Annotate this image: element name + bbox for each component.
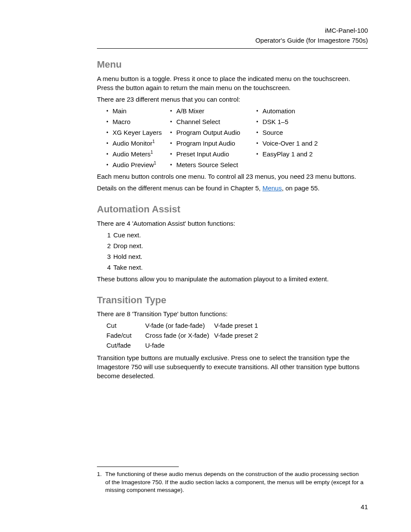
- menu-list-columns: •Main•Macro•XG Keyer Layers•Audio Monito…: [97, 106, 368, 169]
- bullet-icon: •: [106, 130, 108, 135]
- menu-item: •Audio Preview1: [106, 160, 170, 169]
- table-row: CutV-fade (or fade-fade)V-fade preset 1: [106, 321, 368, 330]
- table-cell: U-fade: [145, 341, 214, 350]
- menu-item: •Audio Meters1: [106, 149, 170, 159]
- footnote-ref: 1: [151, 150, 153, 155]
- bullet-icon: •: [256, 109, 258, 114]
- list-item: 1Cue next.: [105, 230, 368, 240]
- list-number: 2: [105, 241, 111, 250]
- list-item: 4Take next.: [105, 263, 368, 272]
- bullet-icon: •: [170, 162, 172, 168]
- menu-item: •Automation: [256, 106, 342, 115]
- list-number: 3: [105, 252, 111, 261]
- list-number: 1: [105, 230, 111, 240]
- menu-item: •Macro: [106, 117, 170, 126]
- page-header: iMC-Panel-100 Operator's Guide (for Imag…: [97, 26, 368, 49]
- menu-item: •Meters Source Select: [170, 160, 256, 169]
- menu-item-label: Voice-Over 1 and 2: [262, 139, 318, 148]
- menu-para-1: A menu button is a toggle. Press it once…: [97, 74, 368, 92]
- bullet-icon: •: [170, 130, 172, 135]
- menu-item: •Audio Monitor1: [106, 139, 170, 148]
- list-item-label: Cue next.: [113, 230, 141, 240]
- table-cell: V-fade preset 1: [214, 321, 274, 330]
- menu-item: •DSK 1–5: [256, 117, 342, 126]
- menu-item: •Voice-Over 1 and 2: [256, 139, 342, 148]
- menu-item-label: DSK 1–5: [262, 117, 288, 126]
- table-cell: V-fade preset 2: [214, 331, 274, 340]
- footnote-number: 1.: [97, 470, 102, 494]
- menus-link[interactable]: Menus: [262, 184, 282, 192]
- bullet-icon: •: [106, 109, 108, 114]
- table-row: Fade/cutCross fade (or X-fade)V-fade pre…: [106, 331, 368, 340]
- menu-item-label: Macro: [112, 117, 131, 126]
- menu-para-4-post: , on page 55.: [282, 184, 320, 192]
- bullet-icon: •: [256, 152, 258, 157]
- menu-item-label: Audio Preview1: [112, 160, 156, 169]
- footnote-ref: 1: [154, 161, 156, 165]
- menu-item-label: Preset Input Audio: [176, 149, 229, 159]
- list-item: 3Hold next.: [105, 252, 368, 261]
- menu-item-label: A/B Mixer: [176, 106, 204, 115]
- transition-para-2: Transition type buttons are mutually exc…: [97, 353, 368, 380]
- menu-para-4: Details on the different menus can be fo…: [97, 184, 368, 193]
- list-item-label: Take next.: [113, 263, 143, 272]
- bullet-icon: •: [106, 162, 108, 168]
- menu-para-3: Each menu button controls one menu. To c…: [97, 172, 368, 181]
- menu-item: •Preset Input Audio: [170, 149, 256, 159]
- menu-para-2: There are 23 different menus that you ca…: [97, 95, 368, 104]
- menu-item-label: Automation: [262, 106, 295, 115]
- menu-item: •A/B Mixer: [170, 106, 256, 115]
- menu-item-label: Meters Source Select: [176, 160, 238, 169]
- bullet-icon: •: [170, 119, 172, 124]
- bullet-icon: •: [256, 141, 258, 146]
- list-item-label: Drop next.: [113, 241, 143, 250]
- list-item-label: Hold next.: [113, 252, 143, 261]
- table-cell: Fade/cut: [106, 331, 145, 340]
- transition-table: CutV-fade (or fade-fade)V-fade preset 1F…: [106, 321, 368, 350]
- menu-item-label: Audio Meters1: [112, 149, 153, 159]
- automation-para-2: These buttons allow you to manipulate th…: [97, 274, 368, 283]
- menu-item: •Source: [256, 128, 342, 137]
- footnote: 1. The functioning of these audio menus …: [97, 470, 368, 494]
- menu-item-label: Program Input Audio: [176, 139, 235, 148]
- menu-item: •Program Output Audio: [170, 128, 256, 137]
- menu-item-label: Audio Monitor1: [112, 139, 155, 148]
- menu-para-4-pre: Details on the different menus can be fo…: [97, 184, 262, 192]
- bullet-icon: •: [256, 119, 258, 124]
- menu-item-label: XG Keyer Layers: [112, 128, 162, 137]
- footnote-separator: [97, 467, 179, 467]
- bullet-icon: •: [256, 130, 258, 135]
- menu-item: •XG Keyer Layers: [106, 128, 170, 137]
- bullet-icon: •: [106, 119, 108, 124]
- automation-para-1: There are 4 'Automation Assist' button f…: [97, 219, 368, 228]
- table-cell: Cut/fade: [106, 341, 145, 350]
- footnote-text: The functioning of these audio menus dep…: [105, 470, 364, 494]
- table-cell: V-fade (or fade-fade): [145, 321, 214, 330]
- menu-item-label: Program Output Audio: [176, 128, 240, 137]
- menu-item: •Main: [106, 106, 170, 115]
- list-item: 2Drop next.: [105, 241, 368, 250]
- table-row: Cut/fadeU-fade: [106, 341, 368, 350]
- transition-para-1: There are 8 'Transition Type' button fun…: [97, 309, 368, 318]
- menu-item-label: Main: [112, 106, 127, 115]
- menu-item-label: Channel Select: [176, 117, 220, 126]
- table-cell: [214, 341, 274, 350]
- menu-item: •Channel Select: [170, 117, 256, 126]
- transition-heading: Transition Type: [97, 294, 368, 307]
- header-title: iMC-Panel-100: [97, 26, 368, 35]
- menu-item-label: Source: [262, 128, 283, 137]
- bullet-icon: •: [106, 152, 108, 157]
- table-cell: Cross fade (or X-fade): [145, 331, 214, 340]
- automation-heading: Automation Assist: [97, 203, 368, 216]
- menu-item: •Program Input Audio: [170, 139, 256, 148]
- automation-list: 1Cue next.2Drop next.3Hold next.4Take ne…: [105, 230, 368, 272]
- page-number: 41: [361, 502, 368, 511]
- bullet-icon: •: [170, 152, 172, 157]
- menu-heading: Menu: [97, 58, 368, 72]
- bullet-icon: •: [170, 109, 172, 114]
- menu-item: •EasyPlay 1 and 2: [256, 149, 342, 159]
- bullet-icon: •: [170, 141, 172, 146]
- bullet-icon: •: [106, 141, 108, 146]
- header-subtitle: Operator's Guide (for Imagestore 750s): [97, 36, 368, 45]
- table-cell: Cut: [106, 321, 145, 330]
